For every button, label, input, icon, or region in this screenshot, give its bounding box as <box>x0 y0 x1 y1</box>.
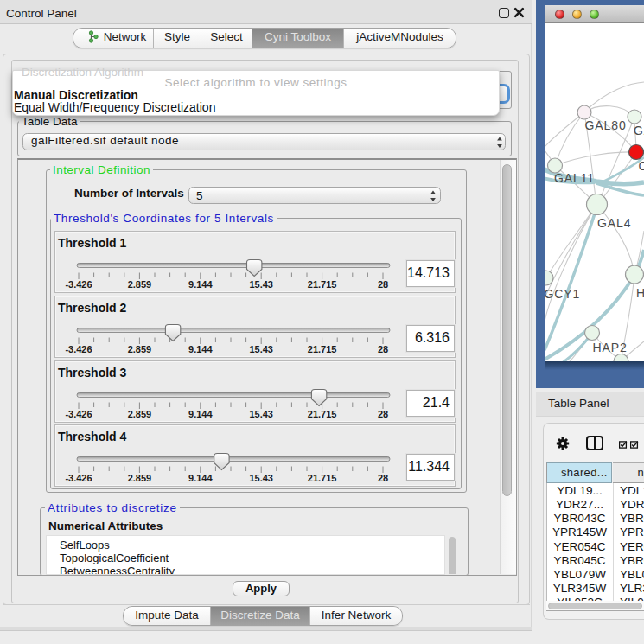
svg-text:9.144: 9.144 <box>188 279 213 290</box>
svg-text:21.715: 21.715 <box>308 279 337 290</box>
svg-text:H: H <box>636 286 644 300</box>
svg-text:28: 28 <box>378 409 388 419</box>
svg-text:GAL80: GAL80 <box>585 118 627 132</box>
svg-text:2.859: 2.859 <box>128 409 152 419</box>
svg-text:21.715: 21.715 <box>308 344 337 354</box>
svg-text:-3.426: -3.426 <box>65 344 92 354</box>
svg-text:CB: CB <box>639 159 644 173</box>
svg-text:28: 28 <box>378 279 388 290</box>
svg-text:-3.426: -3.426 <box>65 279 92 290</box>
svg-text:HAP2: HAP2 <box>593 341 628 354</box>
svg-text:GA: GA <box>634 124 644 137</box>
svg-text:2.859: 2.859 <box>128 344 152 354</box>
svg-text:GAL4: GAL4 <box>597 216 631 230</box>
svg-text:2.859: 2.859 <box>128 473 152 483</box>
svg-text:9.144: 9.144 <box>188 409 213 419</box>
svg-text:28: 28 <box>378 473 388 483</box>
svg-text:28: 28 <box>378 344 388 354</box>
svg-text:15.43: 15.43 <box>249 279 273 290</box>
svg-text:15.43: 15.43 <box>249 473 273 483</box>
svg-text:9.144: 9.144 <box>188 344 213 354</box>
svg-text:15.43: 15.43 <box>249 344 273 354</box>
svg-text:9.144: 9.144 <box>188 473 213 483</box>
svg-text:-3.426: -3.426 <box>65 473 92 483</box>
svg-text:15.43: 15.43 <box>249 409 273 419</box>
svg-text:GCY1: GCY1 <box>545 287 580 301</box>
svg-text:21.715: 21.715 <box>308 473 337 483</box>
svg-text:-3.426: -3.426 <box>65 409 92 419</box>
svg-text:2.859: 2.859 <box>128 279 152 290</box>
svg-text:21.715: 21.715 <box>308 409 337 419</box>
svg-text:GAL11: GAL11 <box>554 171 595 185</box>
